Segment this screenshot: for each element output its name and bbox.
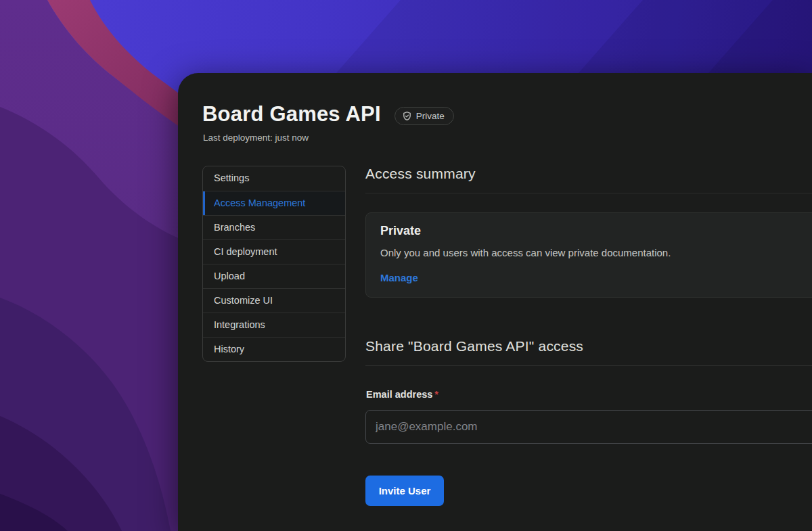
share-access-heading: Share "Board Games API" access xyxy=(365,338,583,354)
manage-link[interactable]: Manage xyxy=(380,272,418,283)
email-label-text: Email address xyxy=(366,389,432,400)
page-title: Board Games API xyxy=(202,101,381,127)
sidebar-item-ci-deployment[interactable]: CI deployment xyxy=(203,239,345,264)
sidebar-item-settings[interactable]: Settings xyxy=(203,166,345,191)
access-summary-heading: Access summary xyxy=(365,166,476,182)
sidebar-item-integrations[interactable]: Integrations xyxy=(203,313,345,337)
settings-nav: Settings Access Management Branches CI d… xyxy=(202,166,346,362)
app-window: Board Games API Private Last deployment:… xyxy=(178,73,812,531)
invite-user-button[interactable]: Invite User xyxy=(365,476,444,506)
main-content: Access summary Private Only you and user… xyxy=(365,73,812,531)
sidebar-item-history[interactable]: History xyxy=(203,337,345,361)
card-title: Private xyxy=(380,223,812,239)
last-deployment-text: Last deployment: just now xyxy=(203,133,309,143)
access-summary-card: Private Only you and users with access c… xyxy=(365,212,812,298)
email-label: Email address* xyxy=(366,389,438,400)
sidebar-item-upload[interactable]: Upload xyxy=(203,264,345,288)
email-field[interactable] xyxy=(365,410,812,444)
divider xyxy=(365,193,812,193)
sidebar-item-access-management[interactable]: Access Management xyxy=(203,191,345,215)
divider xyxy=(365,365,812,366)
required-asterisk: * xyxy=(434,389,438,400)
card-description: Only you and users with access can view … xyxy=(380,247,812,258)
sidebar-item-branches[interactable]: Branches xyxy=(203,215,345,239)
sidebar-item-customize-ui[interactable]: Customize UI xyxy=(203,288,345,313)
